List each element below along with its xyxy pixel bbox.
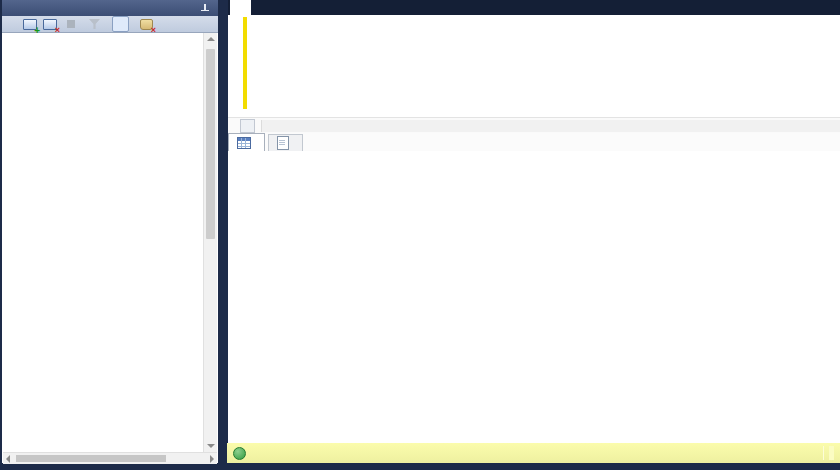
database-remove-icon	[140, 19, 153, 30]
vertical-scroll-thumb[interactable]	[206, 49, 215, 239]
refresh-button[interactable]	[107, 17, 134, 32]
scroll-down-icon[interactable]	[207, 444, 215, 448]
object-explorer-titlebar	[2, 0, 218, 16]
sql-editor[interactable]	[228, 15, 840, 117]
filter-icon	[89, 19, 100, 29]
object-explorer-toolbar	[2, 16, 218, 33]
stop-icon	[67, 20, 75, 28]
refresh-icon	[112, 16, 129, 32]
messages-page-icon	[277, 136, 289, 150]
server-disconnect-icon	[43, 19, 57, 30]
object-explorer-panel	[2, 0, 218, 463]
status-right-segment	[818, 446, 834, 460]
detach-database-button[interactable]	[134, 17, 159, 32]
results-grid-icon	[237, 137, 251, 149]
connect-object-explorer-button[interactable]	[20, 17, 40, 32]
pin-icon[interactable]	[200, 4, 209, 13]
tree-horizontal-scrollbar[interactable]	[3, 452, 217, 464]
status-next-segment	[829, 446, 834, 460]
scroll-left-icon[interactable]	[6, 455, 10, 463]
horizontal-scroll-thumb[interactable]	[16, 455, 166, 462]
tab-messages[interactable]	[268, 134, 303, 151]
tree-vertical-scrollbar[interactable]	[203, 33, 217, 452]
filter-button[interactable]	[82, 17, 107, 32]
server-connect-icon	[23, 19, 37, 30]
zoom-dropdown-icon[interactable]	[240, 119, 255, 133]
tab-results[interactable]	[228, 133, 265, 151]
results-tab-strip	[228, 133, 840, 151]
disconnect-button[interactable]	[40, 17, 60, 32]
scroll-up-icon[interactable]	[207, 37, 215, 41]
editor-horizontal-scrollbar[interactable]	[261, 120, 840, 132]
status-separator	[823, 446, 824, 460]
document-area	[228, 0, 840, 463]
stop-button[interactable]	[60, 17, 82, 32]
document-tab-strip	[228, 0, 840, 15]
success-check-icon	[233, 447, 246, 460]
modified-lines-bar	[243, 17, 247, 109]
object-explorer-tree	[2, 33, 204, 452]
scroll-right-icon[interactable]	[210, 455, 214, 463]
editor-zoom-row	[228, 117, 840, 134]
tab-sqlquery1[interactable]	[230, 0, 251, 15]
connect-button[interactable]	[6, 17, 15, 32]
status-bar	[227, 443, 840, 463]
